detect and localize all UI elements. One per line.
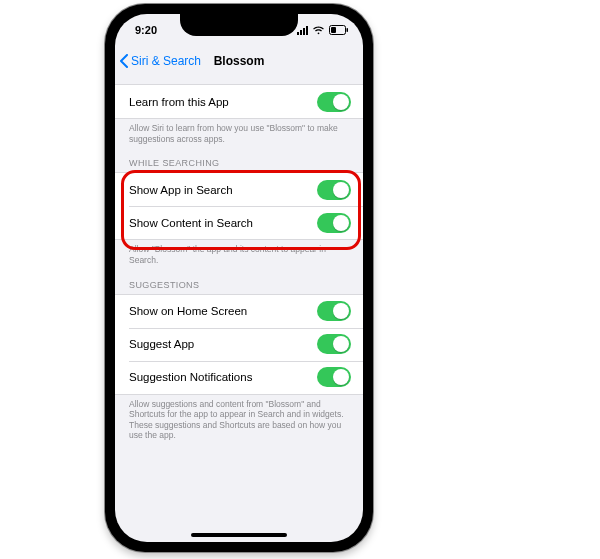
- row-label: Show App in Search: [129, 184, 233, 196]
- content-scroll[interactable]: Learn from this App Allow Siri to learn …: [115, 76, 363, 542]
- toggle-show-content-in-search[interactable]: [317, 213, 351, 233]
- row-show-app-in-search: Show App in Search: [115, 173, 363, 206]
- battery-icon: [329, 25, 349, 35]
- row-label: Suggest App: [129, 338, 194, 350]
- toggle-suggest-app[interactable]: [317, 334, 351, 354]
- back-button[interactable]: Siri & Search: [119, 46, 201, 76]
- svg-rect-2: [331, 27, 336, 33]
- footer-suggestions: Allow suggestions and content from "Blos…: [115, 395, 363, 442]
- footer-learn: Allow Siri to learn from how you use "Bl…: [115, 119, 363, 144]
- chevron-left-icon: [119, 54, 129, 68]
- row-learn-from-app: Learn from this App: [115, 85, 363, 118]
- footer-while-searching: Allow "Blossom" the app and its content …: [115, 240, 363, 265]
- header-while-searching: WHILE SEARCHING: [115, 144, 363, 172]
- group-suggestions: Show on Home Screen Suggest App Suggesti…: [115, 294, 363, 395]
- row-label: Show Content in Search: [129, 217, 253, 229]
- iphone-frame: 9:20 Siri & Search: [105, 4, 373, 552]
- header-suggestions: SUGGESTIONS: [115, 266, 363, 294]
- wifi-icon: [312, 26, 325, 35]
- row-label: Show on Home Screen: [129, 305, 247, 317]
- row-suggestion-notifications: Suggestion Notifications: [115, 361, 363, 394]
- cellular-icon: [296, 26, 308, 35]
- group-while-searching: Show App in Search Show Content in Searc…: [115, 172, 363, 240]
- back-label: Siri & Search: [131, 54, 201, 68]
- home-indicator[interactable]: [191, 533, 287, 537]
- row-suggest-app: Suggest App: [115, 328, 363, 361]
- row-show-content-in-search: Show Content in Search: [115, 206, 363, 239]
- row-show-on-home-screen: Show on Home Screen: [115, 295, 363, 328]
- toggle-suggestion-notifications[interactable]: [317, 367, 351, 387]
- screen: 9:20 Siri & Search: [115, 14, 363, 542]
- svg-rect-1: [347, 28, 349, 32]
- toggle-learn-from-app[interactable]: [317, 92, 351, 112]
- status-time: 9:20: [135, 24, 157, 36]
- page-title: Blossom: [214, 54, 265, 68]
- row-label: Suggestion Notifications: [129, 371, 252, 383]
- toggle-show-on-home-screen[interactable]: [317, 301, 351, 321]
- notch: [180, 14, 298, 36]
- group-learn: Learn from this App: [115, 84, 363, 119]
- row-label: Learn from this App: [129, 96, 229, 108]
- toggle-show-app-in-search[interactable]: [317, 180, 351, 200]
- navbar: Siri & Search Blossom: [115, 46, 363, 76]
